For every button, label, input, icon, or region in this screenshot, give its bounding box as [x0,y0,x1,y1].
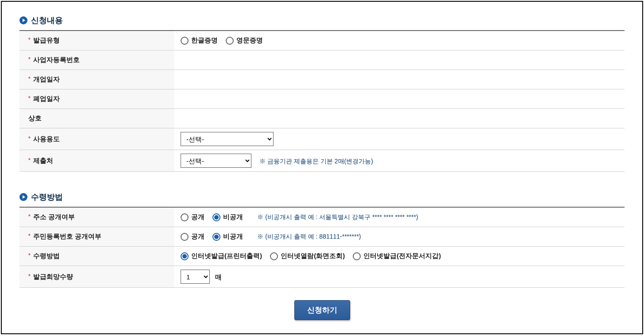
select-quantity[interactable]: 1 [181,270,210,284]
value-close-date [174,89,625,109]
row-biz-reg-no: *사업자등록번호 [19,50,625,70]
arrow-circle-icon [19,193,27,201]
row-issue-type: *발급유형 한글증명 영문증명 [19,31,625,50]
row-company-name: 상호 [19,109,625,128]
row-receive-method: *수령방법 인터넷발급(프린터출력) 인터넷열람(화면조회) 인터넷발급(전자문… [19,247,625,266]
label-open-date: *개업일자 [19,70,174,89]
required-marker-icon: * [28,233,31,239]
radio-icon [226,37,234,45]
radio-receive-wallet[interactable]: 인터넷발급(전자문서지갑) [353,252,441,260]
quantity-unit: 매 [215,273,222,281]
required-marker-icon: * [28,37,31,43]
radio-icon [181,233,189,241]
required-marker-icon: * [28,76,31,82]
required-marker-icon: * [28,213,31,220]
section2-header: 수령방법 [19,192,625,202]
select-purpose[interactable]: -선택- [181,132,274,146]
section1-table: *발급유형 한글증명 영문증명 *사업자등록번호 *개업일자 [19,30,625,172]
note-ssn-disclose: ※ (비공개시 출력 예 : 881111-*******) [257,233,361,240]
form-container: 신청내용 *발급유형 한글증명 영문증명 *사업자등록번호 [1,1,643,334]
label-addr-disclose: *주소 공개여부 [19,207,174,227]
required-marker-icon: * [28,157,31,163]
required-marker-icon: * [28,56,31,62]
note-addr-disclose: ※ (비공개시 출력 예 : 서울특별시 강북구 **** **** **** … [257,213,418,220]
required-marker-icon: * [28,252,31,259]
value-open-date [174,70,625,89]
radio-ssn-private[interactable]: 비공개 [212,232,243,241]
label-ssn-disclose: *주민등록번호 공개여부 [19,227,174,247]
row-purpose: *사용용도 -선택- [19,128,625,150]
label-issue-type: *발급유형 [19,31,174,50]
radio-icon [270,252,278,260]
label-quantity: *발급희망수량 [19,266,174,288]
value-company-name [174,109,625,128]
select-submitted-to[interactable]: -선택- [181,154,251,168]
radio-icon [353,252,361,260]
value-biz-reg-no [174,50,625,70]
radio-icon [181,37,189,45]
radio-addr-private[interactable]: 비공개 [212,213,243,221]
row-close-date: *폐업일자 [19,89,625,109]
label-close-date: *폐업일자 [19,89,174,109]
label-submitted-to: *제출처 [19,150,174,172]
required-marker-icon: * [28,95,31,101]
arrow-circle-icon [19,16,27,24]
radio-addr-public[interactable]: 공개 [181,213,204,221]
radio-icon [181,252,189,260]
radio-receive-print[interactable]: 인터넷발급(프린터출력) [181,252,262,260]
section1-title: 신청내용 [31,15,63,26]
section2-title: 수령방법 [31,192,63,202]
submit-button[interactable]: 신청하기 [294,300,350,320]
row-addr-disclose: *주소 공개여부 공개 비공개 ※ (비공개시 출력 예 : 서울특별시 강북구… [19,207,625,227]
required-marker-icon: * [28,135,31,142]
row-submitted-to: *제출처 -선택- ※ 금융기관 제출용은 기본 2매(변경가능) [19,150,625,172]
radio-issue-type-korean[interactable]: 한글증명 [181,36,218,45]
section1-header: 신청내용 [19,15,625,26]
label-biz-reg-no: *사업자등록번호 [19,50,174,70]
row-open-date: *개업일자 [19,70,625,89]
submit-row: 신청하기 [19,300,625,320]
row-ssn-disclose: *주민등록번호 공개여부 공개 비공개 ※ (비공개시 출력 예 : 88111… [19,227,625,247]
required-marker-icon: * [28,273,31,279]
radio-receive-view[interactable]: 인터넷열람(화면조회) [270,252,345,260]
section2-table: *주소 공개여부 공개 비공개 ※ (비공개시 출력 예 : 서울특별시 강북구… [19,207,625,288]
radio-issue-type-english[interactable]: 영문증명 [226,36,263,45]
row-quantity: *발급희망수량 1 매 [19,266,625,288]
label-company-name: 상호 [19,109,174,128]
radio-icon [212,213,220,221]
label-purpose: *사용용도 [19,128,174,150]
note-submitted-to: ※ 금융기관 제출용은 기본 2매(변경가능) [259,158,373,165]
radio-icon [212,233,220,241]
radio-ssn-public[interactable]: 공개 [181,232,204,241]
label-receive-method: *수령방법 [19,247,174,266]
radio-icon [181,213,189,221]
